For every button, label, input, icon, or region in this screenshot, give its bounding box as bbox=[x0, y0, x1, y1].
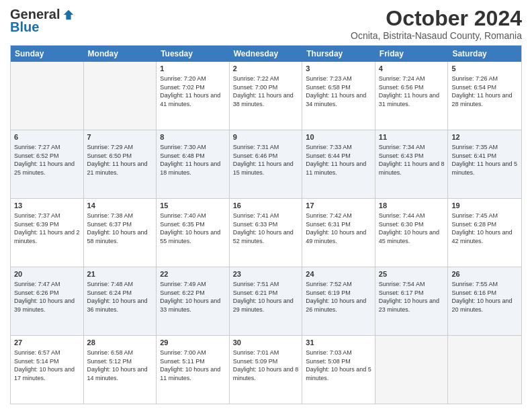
day-number: 31 bbox=[306, 338, 371, 348]
logo-blue: Blue bbox=[10, 19, 39, 35]
day-info: Sunrise: 7:37 AM Sunset: 6:39 PM Dayligh… bbox=[14, 212, 80, 245]
cell-w4-d6: 25Sunrise: 7:54 AM Sunset: 6:17 PM Dayli… bbox=[375, 267, 449, 335]
cell-w5-d4: 30Sunrise: 7:01 AM Sunset: 5:09 PM Dayli… bbox=[230, 336, 303, 404]
cell-w3-d6: 18Sunrise: 7:44 AM Sunset: 6:30 PM Dayli… bbox=[375, 199, 449, 267]
title-section: October 2024 Ocnita, Bistrita-Nasaud Cou… bbox=[351, 7, 522, 41]
cell-w4-d1: 20Sunrise: 7:47 AM Sunset: 6:26 PM Dayli… bbox=[11, 267, 84, 335]
day-info: Sunrise: 7:30 AM Sunset: 6:48 PM Dayligh… bbox=[160, 143, 226, 177]
day-info: Sunrise: 6:58 AM Sunset: 5:12 PM Dayligh… bbox=[87, 349, 153, 382]
day-info: Sunrise: 7:38 AM Sunset: 6:37 PM Dayligh… bbox=[87, 212, 153, 245]
day-number: 8 bbox=[160, 132, 226, 142]
day-info: Sunrise: 7:44 AM Sunset: 6:30 PM Dayligh… bbox=[379, 212, 445, 245]
day-number: 26 bbox=[451, 269, 518, 279]
header-tuesday: Tuesday bbox=[157, 46, 230, 62]
cell-w1-d5: 3Sunrise: 7:23 AM Sunset: 6:58 PM Daylig… bbox=[302, 62, 375, 130]
day-info: Sunrise: 7:23 AM Sunset: 6:58 PM Dayligh… bbox=[306, 75, 371, 108]
cell-w2-d6: 11Sunrise: 7:34 AM Sunset: 6:43 PM Dayli… bbox=[375, 130, 449, 198]
page: General Blue October 2024 Ocnita, Bistri… bbox=[0, 0, 532, 411]
week-row-4: 20Sunrise: 7:47 AM Sunset: 6:26 PM Dayli… bbox=[11, 267, 521, 335]
cell-w1-d2 bbox=[84, 62, 157, 130]
location: Ocnita, Bistrita-Nasaud County, Romania bbox=[351, 30, 522, 41]
day-number: 4 bbox=[379, 64, 445, 74]
day-info: Sunrise: 7:55 AM Sunset: 6:16 PM Dayligh… bbox=[451, 280, 518, 314]
day-info: Sunrise: 7:31 AM Sunset: 6:46 PM Dayligh… bbox=[233, 143, 299, 177]
day-number: 9 bbox=[233, 132, 299, 142]
day-info: Sunrise: 7:01 AM Sunset: 5:09 PM Dayligh… bbox=[233, 349, 299, 382]
day-info: Sunrise: 7:45 AM Sunset: 6:28 PM Dayligh… bbox=[451, 212, 518, 245]
day-info: Sunrise: 7:27 AM Sunset: 6:52 PM Dayligh… bbox=[14, 143, 80, 177]
day-info: Sunrise: 7:51 AM Sunset: 6:21 PM Dayligh… bbox=[233, 280, 299, 314]
header-thursday: Thursday bbox=[302, 46, 375, 62]
day-number: 5 bbox=[451, 64, 518, 74]
cell-w5-d1: 27Sunrise: 6:57 AM Sunset: 5:14 PM Dayli… bbox=[11, 336, 84, 404]
cell-w5-d2: 28Sunrise: 6:58 AM Sunset: 5:12 PM Dayli… bbox=[84, 336, 157, 404]
cell-w3-d7: 19Sunrise: 7:45 AM Sunset: 6:28 PM Dayli… bbox=[448, 199, 521, 267]
day-info: Sunrise: 6:57 AM Sunset: 5:14 PM Dayligh… bbox=[14, 349, 80, 382]
day-info: Sunrise: 7:54 AM Sunset: 6:17 PM Dayligh… bbox=[379, 280, 445, 314]
day-number: 18 bbox=[379, 201, 445, 211]
day-info: Sunrise: 7:40 AM Sunset: 6:35 PM Dayligh… bbox=[160, 212, 226, 245]
cell-w4-d7: 26Sunrise: 7:55 AM Sunset: 6:16 PM Dayli… bbox=[448, 267, 521, 335]
cell-w1-d6: 4Sunrise: 7:24 AM Sunset: 6:56 PM Daylig… bbox=[375, 62, 449, 130]
cell-w5-d6 bbox=[375, 336, 449, 404]
day-info: Sunrise: 7:22 AM Sunset: 7:00 PM Dayligh… bbox=[233, 75, 299, 108]
day-info: Sunrise: 7:26 AM Sunset: 6:54 PM Dayligh… bbox=[451, 75, 518, 108]
day-number: 20 bbox=[14, 269, 80, 279]
day-number: 7 bbox=[87, 132, 153, 142]
cell-w2-d5: 10Sunrise: 7:33 AM Sunset: 6:44 PM Dayli… bbox=[302, 130, 375, 198]
day-info: Sunrise: 7:29 AM Sunset: 6:50 PM Dayligh… bbox=[87, 143, 153, 177]
month-title: October 2024 bbox=[351, 7, 522, 30]
cell-w1-d1 bbox=[11, 62, 84, 130]
cell-w5-d7 bbox=[448, 336, 521, 404]
day-number: 21 bbox=[87, 269, 153, 279]
cell-w3-d1: 13Sunrise: 7:37 AM Sunset: 6:39 PM Dayli… bbox=[11, 199, 84, 267]
week-row-2: 6Sunrise: 7:27 AM Sunset: 6:52 PM Daylig… bbox=[11, 130, 521, 198]
day-number: 25 bbox=[379, 269, 445, 279]
cell-w1-d3: 1Sunrise: 7:20 AM Sunset: 7:02 PM Daylig… bbox=[157, 62, 230, 130]
day-number: 10 bbox=[306, 132, 371, 142]
day-number: 2 bbox=[233, 64, 299, 74]
calendar: Sunday Monday Tuesday Wednesday Thursday… bbox=[10, 45, 522, 404]
header-sunday: Sunday bbox=[11, 46, 84, 62]
day-number: 23 bbox=[233, 269, 299, 279]
day-number: 30 bbox=[233, 338, 299, 348]
cell-w3-d3: 15Sunrise: 7:40 AM Sunset: 6:35 PM Dayli… bbox=[157, 199, 230, 267]
cell-w1-d7: 5Sunrise: 7:26 AM Sunset: 6:54 PM Daylig… bbox=[448, 62, 521, 130]
calendar-header: Sunday Monday Tuesday Wednesday Thursday… bbox=[11, 46, 521, 62]
cell-w3-d4: 16Sunrise: 7:41 AM Sunset: 6:33 PM Dayli… bbox=[230, 199, 303, 267]
cell-w4-d3: 22Sunrise: 7:49 AM Sunset: 6:22 PM Dayli… bbox=[157, 267, 230, 335]
cell-w5-d3: 29Sunrise: 7:00 AM Sunset: 5:11 PM Dayli… bbox=[157, 336, 230, 404]
day-number: 16 bbox=[233, 201, 299, 211]
day-info: Sunrise: 7:52 AM Sunset: 6:19 PM Dayligh… bbox=[306, 280, 371, 314]
day-number: 22 bbox=[160, 269, 226, 279]
cell-w3-d2: 14Sunrise: 7:38 AM Sunset: 6:37 PM Dayli… bbox=[84, 199, 157, 267]
day-info: Sunrise: 7:00 AM Sunset: 5:11 PM Dayligh… bbox=[160, 349, 226, 382]
day-info: Sunrise: 7:24 AM Sunset: 6:56 PM Dayligh… bbox=[379, 75, 445, 108]
logo-icon bbox=[62, 9, 75, 21]
day-number: 6 bbox=[14, 132, 80, 142]
logo: General Blue bbox=[10, 7, 75, 35]
cell-w5-d5: 31Sunrise: 7:03 AM Sunset: 5:08 PM Dayli… bbox=[302, 336, 375, 404]
header-saturday: Saturday bbox=[448, 46, 521, 62]
day-info: Sunrise: 7:33 AM Sunset: 6:44 PM Dayligh… bbox=[306, 143, 371, 177]
day-info: Sunrise: 7:34 AM Sunset: 6:43 PM Dayligh… bbox=[379, 143, 445, 177]
cell-w2-d4: 9Sunrise: 7:31 AM Sunset: 6:46 PM Daylig… bbox=[230, 130, 303, 198]
calendar-body: 1Sunrise: 7:20 AM Sunset: 7:02 PM Daylig… bbox=[11, 62, 521, 404]
day-number: 14 bbox=[87, 201, 153, 211]
day-number: 12 bbox=[451, 132, 518, 142]
header-monday: Monday bbox=[84, 46, 157, 62]
cell-w1-d4: 2Sunrise: 7:22 AM Sunset: 7:00 PM Daylig… bbox=[230, 62, 303, 130]
header: General Blue October 2024 Ocnita, Bistri… bbox=[10, 7, 522, 41]
day-number: 27 bbox=[14, 338, 80, 348]
day-info: Sunrise: 7:49 AM Sunset: 6:22 PM Dayligh… bbox=[160, 280, 226, 314]
cell-w2-d3: 8Sunrise: 7:30 AM Sunset: 6:48 PM Daylig… bbox=[157, 130, 230, 198]
cell-w2-d7: 12Sunrise: 7:35 AM Sunset: 6:41 PM Dayli… bbox=[448, 130, 521, 198]
day-number: 15 bbox=[160, 201, 226, 211]
day-number: 17 bbox=[306, 201, 371, 211]
cell-w4-d5: 24Sunrise: 7:52 AM Sunset: 6:19 PM Dayli… bbox=[302, 267, 375, 335]
cell-w2-d2: 7Sunrise: 7:29 AM Sunset: 6:50 PM Daylig… bbox=[84, 130, 157, 198]
day-info: Sunrise: 7:48 AM Sunset: 6:24 PM Dayligh… bbox=[87, 280, 153, 314]
header-friday: Friday bbox=[375, 46, 449, 62]
header-wednesday: Wednesday bbox=[230, 46, 303, 62]
day-number: 1 bbox=[160, 64, 226, 74]
